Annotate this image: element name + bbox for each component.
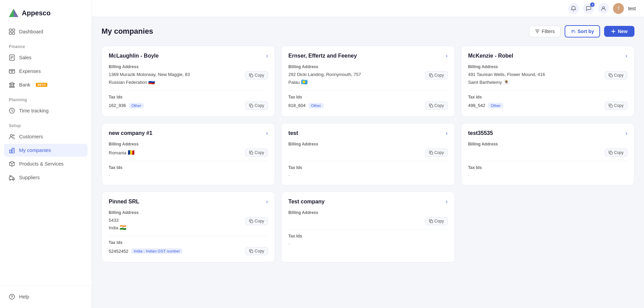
card-header: new company #1 › <box>109 130 268 136</box>
page-header: My companies Filters <box>102 25 634 37</box>
tax-ids-label: Tax Ids <box>288 95 447 99</box>
svg-line-22 <box>12 111 13 112</box>
sidebar-item-suppliers[interactable]: Suppliers <box>4 171 88 184</box>
section-setup-label: Setup <box>4 118 88 130</box>
address-copy-button[interactable]: Copy <box>605 71 627 79</box>
sidebar-item-customers[interactable]: Customers <box>4 130 88 143</box>
company-card[interactable]: Ernser, Effertz and Feeney › Billing Add… <box>281 46 455 117</box>
tax-copy-button[interactable]: Copy <box>425 102 448 110</box>
tax-row: 499_542 Other Copy <box>468 102 627 110</box>
sidebar-item-bank[interactable]: Bank BETA <box>4 78 88 91</box>
card-divider <box>288 229 447 230</box>
companies-grid: McLaughlin - Boyle › Billing Address 136… <box>102 46 634 262</box>
sort-by-button[interactable]: Sort by <box>565 25 600 37</box>
card-chevron-icon: › <box>446 199 447 205</box>
card-header: test › <box>288 130 447 136</box>
svg-text:?: ? <box>11 295 13 299</box>
company-card[interactable]: Pinned SRL › Billing Address 5433India 🇮… <box>102 191 275 263</box>
logo: Appesco <box>0 0 92 25</box>
billing-address-label: Billing Address <box>288 142 447 147</box>
chat-icon[interactable]: 0 <box>583 3 594 14</box>
sidebar-nav: Dashboard Finance Sales <box>0 25 92 286</box>
tax-value: 499_542 <box>468 103 486 108</box>
billing-address-value: 292 Dicki Landing, Ronnymouth, 757Palau … <box>288 71 422 86</box>
address-copy-button[interactable]: Copy <box>425 217 448 225</box>
sidebar-item-help[interactable]: ? Help <box>4 290 88 303</box>
company-card[interactable]: test › Billing Address Copy Tax Ids - <box>281 123 455 185</box>
card-divider <box>109 90 268 91</box>
address-copy-button[interactable]: Copy <box>605 149 627 157</box>
copy-icon <box>609 104 613 108</box>
card-divider <box>468 161 627 161</box>
company-card[interactable]: test35535 › Billing Address Copy Tax Ids… <box>461 123 634 185</box>
address-copy-button[interactable]: Copy <box>425 71 448 79</box>
tax-copy-button[interactable]: Copy <box>605 102 627 110</box>
sort-icon <box>571 29 576 34</box>
address-copy-button[interactable]: Copy <box>245 71 268 79</box>
card-header: Test company › <box>288 199 447 205</box>
copy-icon <box>429 73 433 77</box>
svg-rect-11 <box>9 70 15 73</box>
filters-button[interactable]: Filters <box>529 26 561 37</box>
svg-rect-51 <box>430 75 433 77</box>
notification-bell-icon[interactable] <box>568 3 579 14</box>
sidebar-item-time-tracking[interactable]: Time tracking <box>4 104 88 117</box>
sidebar-item-expenses[interactable]: Expenses <box>4 65 88 78</box>
svg-rect-3 <box>9 29 12 31</box>
billing-address-label: Billing Address <box>468 64 627 69</box>
tax-value: 52452452 <box>109 249 128 254</box>
svg-rect-59 <box>250 250 253 253</box>
card-chevron-icon: › <box>626 53 627 59</box>
card-header: McLaughlin - Boyle › <box>109 53 268 59</box>
svg-rect-53 <box>610 75 612 77</box>
sidebar-item-sales[interactable]: Sales <box>4 51 88 64</box>
tax-ids-label: Tax Ids <box>288 234 447 238</box>
logo-icon <box>8 7 19 18</box>
header-actions: Filters Sort by New <box>529 25 634 37</box>
svg-rect-6 <box>13 32 15 35</box>
sidebar-item-products-services[interactable]: Products & Services <box>4 157 88 170</box>
company-card[interactable]: new company #1 › Billing Address Romania… <box>102 123 275 185</box>
tax-copy-button[interactable]: Copy <box>245 102 268 110</box>
address-copy-button[interactable]: Copy <box>425 149 448 157</box>
avatar[interactable]: T <box>613 3 624 14</box>
sidebar-item-expenses-label: Expenses <box>19 68 41 74</box>
company-card[interactable]: Test company › Billing Address Copy Tax … <box>281 191 455 263</box>
svg-rect-25 <box>10 150 12 153</box>
tax-ids-label: Tax Ids <box>288 165 447 170</box>
billing-address-value: 5433India 🇮🇳 <box>109 217 243 232</box>
main-area: 0 T test My companies Filters <box>92 0 644 308</box>
company-name: test35535 <box>468 130 493 136</box>
sidebar-item-dashboard[interactable]: Dashboard <box>4 25 88 38</box>
billing-address-label: Billing Address <box>109 210 268 215</box>
company-card[interactable]: McLaughlin - Boyle › Billing Address 136… <box>102 46 275 117</box>
companies-icon <box>9 147 15 153</box>
svg-marker-14 <box>9 82 15 84</box>
topbar: 0 T test <box>92 0 644 17</box>
copy-icon <box>609 151 613 155</box>
tax-copy-button[interactable]: Copy <box>245 247 268 255</box>
bank-beta-badge: BETA <box>36 83 47 87</box>
sidebar-item-help-label: Help <box>19 294 29 299</box>
tax-empty: - <box>288 173 290 178</box>
new-button[interactable]: New <box>604 26 634 37</box>
billing-address-row: 5433India 🇮🇳 Copy <box>109 217 268 232</box>
address-copy-button[interactable]: Copy <box>245 217 268 225</box>
tax-ids-label: Tax Ids <box>109 95 268 99</box>
billing-address-value: 491 Taurean Wells, Flower Mound, 416Sain… <box>468 71 602 86</box>
card-header: Pinned SRL › <box>109 199 268 205</box>
billing-address-label: Billing Address <box>468 142 627 147</box>
copy-icon <box>249 104 253 108</box>
card-header: test35535 › <box>468 130 627 136</box>
svg-point-34 <box>10 180 11 181</box>
tax-type-badge: Other <box>129 103 144 108</box>
tax-value: 162_936 <box>109 103 126 108</box>
company-name: test <box>288 130 298 136</box>
sidebar-item-my-companies[interactable]: My companies <box>4 144 88 157</box>
sidebar-item-my-companies-label: My companies <box>19 148 51 153</box>
company-card[interactable]: McKenzie - Robel › Billing Address 491 T… <box>461 46 634 117</box>
card-chevron-icon: › <box>266 53 268 59</box>
address-copy-button[interactable]: Copy <box>245 149 268 157</box>
clock-icon <box>9 108 15 114</box>
user-icon[interactable] <box>598 3 609 14</box>
